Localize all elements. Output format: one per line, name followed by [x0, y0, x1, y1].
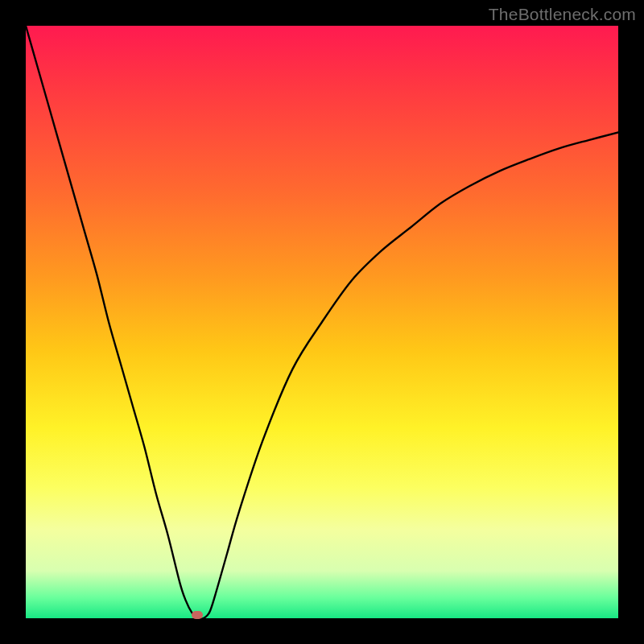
optimum-marker: [192, 611, 203, 619]
chart-frame: TheBottleneck.com: [0, 0, 644, 644]
plot-area: [26, 26, 618, 618]
bottleneck-curve: [26, 26, 618, 618]
watermark-label: TheBottleneck.com: [489, 5, 636, 24]
